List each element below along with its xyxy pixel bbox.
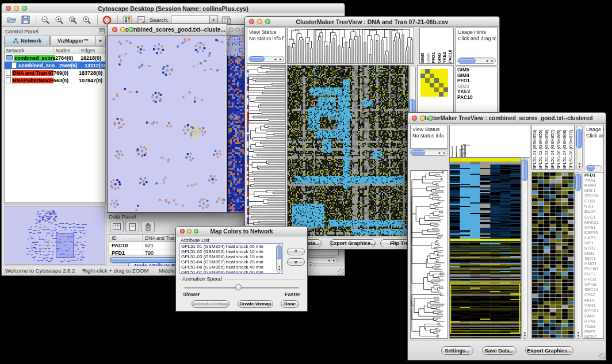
view-status-hscrollbar[interactable]: ◄ ► [248, 56, 284, 62]
minimize-button[interactable] [257, 19, 262, 24]
column-label[interactable]: PFD1 [431, 29, 437, 63]
column-label[interactable]: GPL51-06 (GSM865) [556, 125, 562, 170]
delete-attribute-icon[interactable] [141, 221, 155, 232]
gene-label[interactable]: NIS1 [583, 204, 603, 209]
network-list-row[interactable]: combined_scores2764(0)16218(0) [5, 54, 105, 62]
gene-label[interactable]: PHO81 [583, 266, 603, 271]
column-label[interactable]: GPL51-04 (GSM857) [550, 125, 556, 170]
gene-label[interactable]: HAP3 [583, 235, 603, 240]
dense-network-canvas[interactable] [227, 36, 246, 212]
gene-label[interactable]: SEC24 [583, 287, 603, 292]
gene-label[interactable]: YRA1 [583, 178, 603, 183]
zoom-button[interactable] [265, 19, 270, 24]
gene-label[interactable]: CPA2 [583, 292, 603, 297]
panel-divider[interactable] [4, 203, 106, 205]
network-view-titlebar[interactable]: combined_scores_good.txt--cluste... [108, 24, 227, 36]
network-overview-canvas[interactable] [5, 206, 105, 265]
export-graphics-button[interactable]: Export Graphics... [330, 239, 376, 247]
move-down-button[interactable]: v [287, 258, 305, 266]
tab-vizmapper[interactable]: VizMapper™ [50, 36, 96, 45]
zoom-button[interactable] [428, 116, 433, 121]
gene-label[interactable]: MON2 [583, 334, 603, 339]
create-vizmap-button[interactable]: Create Vizmap [238, 300, 273, 308]
column-label[interactable]: GPL51-02 (GSM855) [538, 125, 544, 170]
gene-label[interactable]: PUF3 [583, 271, 603, 277]
animate-vizmap-button[interactable]: Animate Vizmap [192, 300, 230, 308]
network-list-row[interactable]: RNAPuberNov2+563(0)107847(0) [5, 76, 105, 84]
gene-label[interactable]: MSI1 [583, 251, 603, 256]
column-label[interactable]: GIM4 [426, 29, 431, 63]
scrollbar-arrows[interactable]: ◄ ► [327, 258, 336, 263]
gene-label[interactable]: CLN1 [583, 198, 603, 204]
gene-label[interactable]: PAN1 [583, 313, 603, 319]
gene-label[interactable]: HMG1 [583, 261, 603, 266]
save-icon[interactable] [19, 14, 32, 26]
row-dendrogram-canvas[interactable] [411, 171, 447, 338]
attr-col-id[interactable]: ID [109, 235, 143, 242]
column-label[interactable]: GPL51-07 (GSM868) [562, 125, 568, 170]
column-labels-vscrollbar[interactable]: ▲▼ [576, 125, 583, 170]
row-label[interactable]: YKE2 [456, 89, 497, 95]
select-attributes-icon[interactable] [110, 221, 124, 232]
network-view-canvas[interactable] [108, 36, 225, 212]
gene-label[interactable]: SEC1 [583, 256, 603, 261]
combined-heatmap-canvas[interactable] [450, 158, 521, 338]
zoom-in-icon[interactable] [53, 14, 66, 26]
gene-label[interactable]: GPI16 [583, 282, 603, 287]
close-button[interactable] [6, 6, 11, 11]
zoom-button[interactable] [128, 27, 133, 32]
gene-label[interactable]: MSL1 [583, 188, 603, 193]
column-label[interactable]: YKE2 [442, 29, 447, 63]
attribute-item[interactable]: GPL51-07 (GSM868) heat shock 60 min [181, 270, 281, 274]
gene-label[interactable]: PFD1 [583, 173, 603, 178]
animation-speed-slider[interactable] [184, 287, 299, 289]
gene-label[interactable]: SPC98 [583, 193, 603, 198]
open-folder-icon[interactable] [5, 14, 18, 26]
combined-heatmap-vscrollbar[interactable]: ▲▼ [521, 158, 528, 339]
usage-hints-hscrollbar[interactable] [586, 165, 602, 171]
minimize-button[interactable] [420, 116, 425, 121]
row-label[interactable]: GIM4 [456, 73, 497, 79]
zoom-button[interactable] [194, 229, 198, 233]
gene-label[interactable]: VIP1 [583, 240, 603, 246]
treeview-dna-titlebar[interactable]: ClusterMaker TreeView : DNA and Tran 07-… [245, 17, 499, 27]
column-label[interactable]: GIM3 [437, 29, 442, 63]
tab-overflow-arrow[interactable]: ► [96, 36, 106, 45]
gene-label[interactable]: MAK31 [583, 220, 603, 225]
background-window-titlebar[interactable] [227, 25, 247, 36]
export-graphics-button[interactable]: Export Graphics... [525, 346, 573, 355]
similarity-matrix[interactable] [420, 69, 448, 97]
row-label[interactable]: GIM3 [456, 84, 497, 90]
zoom-heatmap-vscrollbar[interactable]: ▲▼ [575, 172, 582, 339]
gene-label[interactable]: BUD4 [583, 209, 603, 214]
row-dendrogram-canvas[interactable] [247, 66, 285, 236]
minimize-button[interactable] [120, 27, 125, 32]
column-label[interactable]: GPL51-08 (GSM872) [568, 125, 574, 170]
gene-label[interactable]: PEP5 [583, 329, 603, 334]
column-label[interactable]: GPL51-01 (GSM854) [532, 125, 538, 170]
resize-grip[interactable] [599, 353, 605, 359]
done-button[interactable]: Done [281, 300, 299, 308]
column-label[interactable]: PAC10 [447, 29, 453, 63]
gene-label[interactable]: HRD3 [583, 277, 603, 282]
zoom-selected-icon[interactable] [81, 14, 93, 26]
float-panel-icon[interactable] [99, 28, 105, 35]
main-titlebar[interactable]: Cytoscape Desktop (Session Name: collins… [2, 3, 345, 14]
zoom-heatmap-canvas[interactable] [532, 173, 574, 338]
dna-heatmap-canvas[interactable] [288, 66, 408, 236]
column-label[interactable]: GPL51-03 (GSM856) [544, 125, 550, 170]
view-status-hscrollbar[interactable]: ◄ ► [410, 150, 448, 156]
close-button[interactable] [112, 27, 117, 32]
column-dendrogram-canvas[interactable] [288, 28, 414, 63]
slider-handle[interactable] [235, 284, 242, 290]
gene-label[interactable]: RPO21 [583, 308, 603, 313]
save-data-button[interactable]: Save Data... [482, 346, 517, 355]
gene-label[interactable]: ELG1 [583, 214, 603, 220]
row-label[interactable]: PFD1 [456, 78, 497, 84]
gene-label[interactable]: NTR2 [583, 246, 603, 251]
close-button[interactable] [249, 19, 254, 24]
zoom-button[interactable] [22, 6, 27, 11]
gene-label[interactable]: GTB1 [583, 225, 603, 230]
gene-label[interactable]: RNR4 [583, 183, 603, 188]
usage-hints-hscrollbar[interactable]: ◄ ► [457, 58, 496, 64]
